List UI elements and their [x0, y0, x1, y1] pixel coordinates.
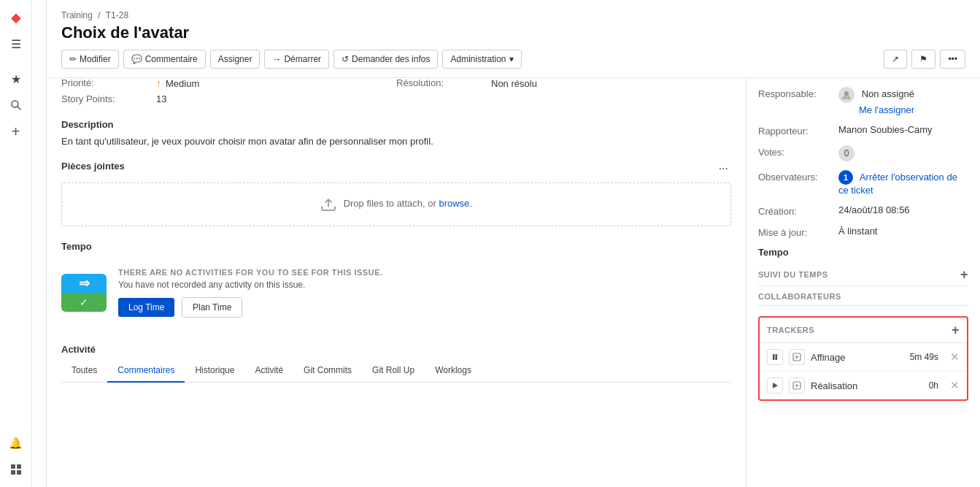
plus-icon[interactable]: +: [4, 120, 28, 143]
administration-label: Administration: [450, 54, 506, 64]
trackers-add-button[interactable]: +: [952, 323, 960, 337]
export-icon: ↗: [892, 54, 899, 64]
tab-git-roll-up[interactable]: Git Roll Up: [362, 359, 425, 383]
demarrer-label: Démarrer: [284, 54, 321, 64]
demander-button[interactable]: ↺ Demander des infos: [333, 50, 438, 69]
assign-me-link[interactable]: Me l'assigner: [859, 104, 968, 115]
administration-button[interactable]: Administration ▾: [442, 50, 521, 69]
breadcrumb-project[interactable]: Training: [61, 10, 93, 20]
plan-time-button[interactable]: Plan Time: [182, 297, 242, 318]
log-time-button[interactable]: Log Time: [118, 298, 174, 317]
resolution-value: Non résolu: [491, 78, 731, 89]
commentaire-label: Commentaire: [145, 54, 198, 64]
sidebar-left: ◆ ☰ ★ + 🔔: [0, 0, 32, 487]
tracker-row-1: Affinage 5m 49s ✕: [760, 343, 967, 372]
drop-text: Drop files to attach, or: [344, 198, 439, 209]
svg-rect-5: [17, 470, 21, 475]
tab-toutes[interactable]: Toutes: [61, 359, 107, 383]
tracker-play-button-2[interactable]: [767, 377, 783, 394]
modifier-label: Modifier: [80, 54, 111, 64]
browse-link[interactable]: browse.: [439, 198, 472, 209]
creation-row: Création: 24/août/18 08:56: [758, 204, 968, 217]
more-button[interactable]: •••: [940, 50, 965, 69]
suivi-add-button[interactable]: +: [960, 268, 968, 281]
attachments-title: Pièces jointes: [61, 161, 125, 172]
svg-rect-7: [773, 354, 775, 360]
svg-marker-10: [773, 383, 778, 388]
trackers-box: TRACKERS +: [758, 316, 968, 401]
svg-line-1: [18, 107, 20, 110]
rapporteur-row: Rapporteur: Manon Soubies-Camy: [758, 124, 968, 137]
export-button[interactable]: ↗: [884, 50, 907, 69]
rapporteur-label: Rapporteur:: [758, 124, 838, 137]
tracker-remove-2[interactable]: ✕: [950, 379, 960, 392]
tracker-name-2: Réalisation: [811, 380, 923, 391]
tracker-name-1: Affinage: [811, 352, 904, 363]
tracker-time-2: 0h: [929, 380, 938, 391]
star-icon[interactable]: ★: [4, 67, 28, 91]
commentaire-icon: 💬: [131, 54, 142, 64]
responsable-text: Non assigné: [862, 88, 914, 99]
breadcrumb: Training / T1-28: [47, 0, 980, 20]
page-title: Choix de l'avatar: [47, 20, 980, 50]
grid-icon[interactable]: [4, 458, 28, 481]
demarrer-icon: →: [272, 54, 281, 64]
svg-rect-4: [11, 470, 15, 475]
svg-rect-8: [776, 354, 778, 360]
tracker-remove-1[interactable]: ✕: [950, 350, 960, 364]
priority-label: Priorité:: [61, 78, 156, 89]
search-icon[interactable]: [4, 93, 28, 117]
priority-text: Medium: [166, 78, 199, 89]
demander-label: Demander des infos: [352, 54, 430, 64]
tab-git-commits[interactable]: Git Commits: [293, 359, 362, 383]
tempo-actions: Log Time Plan Time: [118, 297, 383, 318]
hamburger-icon[interactable]: ☰: [4, 32, 28, 55]
suivi-header: SUIVI DU TEMPS +: [758, 268, 968, 286]
svg-rect-3: [17, 464, 21, 469]
content-left: Type: Récit État: NOUVEAU (Afficher le w…: [47, 78, 746, 487]
drop-zone[interactable]: Drop files to attach, or browse.: [61, 183, 731, 226]
rapporteur-value: Manon Soubies-Camy: [838, 124, 968, 135]
maj-row: Mise à jour: À linstant: [758, 226, 968, 238]
flag-button[interactable]: ⚑: [911, 50, 935, 69]
tempo-no-activity-title: THERE ARE NO ACTIVITIES FOR YOU TO SEE F…: [118, 268, 383, 277]
breadcrumb-issue[interactable]: T1-28: [106, 10, 128, 20]
tab-historique[interactable]: Historique: [185, 359, 244, 383]
right-tempo-title: Tempo: [758, 247, 968, 258]
demander-icon: ↺: [342, 54, 349, 64]
tracker-time-1: 5m 49s: [910, 352, 938, 362]
responsable-label: Responsable:: [758, 87, 838, 99]
sidebar-secondary: [32, 0, 47, 487]
stop-observing-link[interactable]: Arrêter l'observation de ce ticket: [838, 172, 957, 196]
demarrer-button[interactable]: → Démarrer: [264, 50, 329, 69]
votes-row: Votes: 0: [758, 145, 968, 161]
more-icon: •••: [948, 54, 957, 64]
trackers-header: TRACKERS +: [760, 318, 967, 343]
tab-worklogs[interactable]: Worklogs: [425, 359, 482, 383]
tracker-pause-button-1[interactable]: [767, 349, 783, 365]
observateurs-value: 1 Arrêter l'observation de ce ticket: [838, 170, 968, 196]
tracker-type-icon-1: [789, 349, 805, 365]
tab-activite[interactable]: Activité: [244, 359, 293, 383]
observer-badge: 1: [838, 170, 853, 185]
assigner-button[interactable]: Assigner: [210, 50, 261, 69]
bell-icon[interactable]: 🔔: [4, 432, 28, 455]
tab-commentaires[interactable]: Commentaires: [107, 359, 185, 383]
story-points-value: 13: [156, 93, 396, 104]
attachments-more-button[interactable]: ···: [716, 161, 731, 177]
svg-rect-2: [11, 464, 15, 469]
tempo-empty: ⇒ ✓ THERE ARE NO ACTIVITIES FOR YOU TO S…: [61, 256, 731, 329]
content-right: Responsable: Non assigné Me l'assigner R…: [746, 78, 980, 487]
responsable-row: Responsable: Non assigné Me l'assigner: [758, 87, 968, 115]
votes-badge: 0: [838, 145, 854, 161]
meta-grid: Type: Récit État: NOUVEAU (Afficher le w…: [61, 78, 731, 104]
modifier-button[interactable]: ✏ Modifier: [61, 50, 119, 69]
main-content: Training / T1-28 Choix de l'avatar ✏ Mod…: [47, 0, 980, 487]
tempo-no-activity-body: You have not recorded any activity on th…: [118, 280, 383, 290]
toolbar-right-actions: ↗ ⚑ •••: [884, 50, 965, 69]
diamond-logo-icon[interactable]: ◆: [4, 6, 28, 29]
maj-value: À linstant: [838, 226, 968, 237]
description-title: Description: [61, 119, 731, 130]
commentaire-button[interactable]: 💬 Commentaire: [123, 50, 206, 69]
administration-dropdown-icon: ▾: [509, 54, 514, 64]
